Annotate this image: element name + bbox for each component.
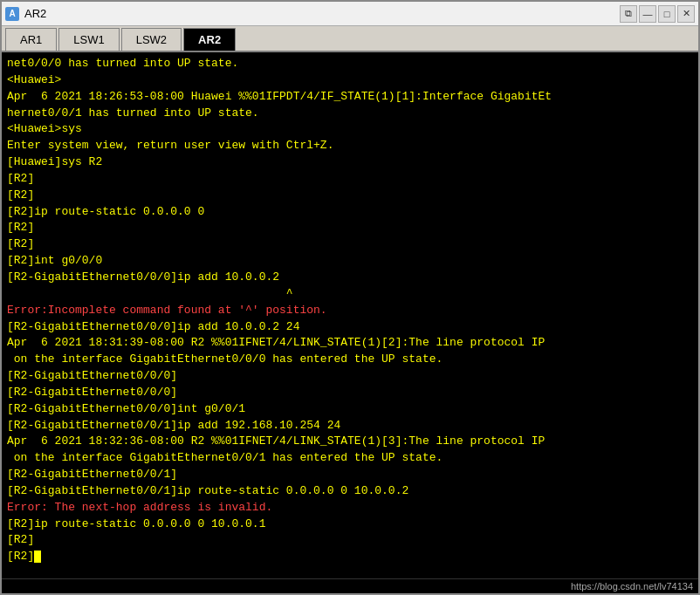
- terminal-line: [R2-GigabitEthernet0/0/1]ip add 192.168.…: [7, 418, 693, 434]
- terminal-line: hernet0/0/1 has turned into UP state.: [7, 106, 693, 122]
- terminal-line: [R2-GigabitEthernet0/0/0]ip add 10.0.0.2…: [7, 319, 693, 336]
- terminal-line: [R2]: [7, 171, 693, 188]
- terminal-line: [R2]: [7, 220, 693, 236]
- terminal-line: Apr 6 2021 18:26:53-08:00 Huawei %%01IFP…: [7, 89, 693, 106]
- tabs-bar: AR1 LSW1 LSW2 AR2: [2, 26, 698, 52]
- terminal-line: <Huawei>sys: [7, 121, 693, 138]
- terminal-line: [R2-GigabitEthernet0/0/0]int g0/0/1: [7, 401, 693, 418]
- terminal-line: [R2]: [7, 549, 693, 565]
- terminal-line: on the interface GigabitEthernet0/0/0 ha…: [7, 352, 693, 368]
- app-icon: A: [5, 7, 19, 21]
- tab-ar2[interactable]: AR2: [183, 28, 236, 51]
- title-bar: A AR2 ⧉ — □ ✕: [2, 2, 698, 26]
- tab-lsw2[interactable]: LSW2: [121, 28, 182, 51]
- minimize-button[interactable]: —: [639, 5, 656, 23]
- terminal-line: [R2]ip route-static 0.0.0.0 0 10.0.0.1: [7, 516, 693, 533]
- title-bar-left: A AR2: [5, 7, 46, 21]
- terminal-line: [R2-GigabitEthernet0/0/1]: [7, 467, 693, 483]
- terminal-line: Apr 6 2021 18:31:39-08:00 R2 %%01IFNET/4…: [7, 335, 693, 352]
- terminal-line: [R2-GigabitEthernet0/0/0]: [7, 385, 693, 401]
- terminal-line: [Huawei]sys R2: [7, 154, 693, 171]
- main-window: A AR2 ⧉ — □ ✕ AR1 LSW1 LSW2 AR2 net0/0/0…: [0, 0, 700, 595]
- tab-ar1[interactable]: AR1: [5, 28, 57, 51]
- terminal-line: [R2]: [7, 188, 693, 204]
- terminal-line: Enter system view, return user view with…: [7, 138, 693, 154]
- window-title: AR2: [24, 7, 46, 20]
- terminal-line: [R2]: [7, 236, 693, 253]
- close-button[interactable]: ✕: [677, 5, 695, 23]
- status-url: https://blog.csdn.net/lv74134: [571, 581, 693, 592]
- terminal-line: Apr 6 2021 18:32:36-08:00 R2 %%01IFNET/4…: [7, 434, 693, 450]
- terminal-line: <Huawei>: [7, 72, 693, 89]
- terminal-line: ^: [7, 286, 693, 303]
- tile-button[interactable]: ⧉: [620, 5, 637, 23]
- terminal-line: [R2]: [7, 532, 693, 549]
- terminal-line: [R2]ip route-static 0.0.0.0 0: [7, 204, 693, 221]
- title-controls: ⧉ — □ ✕: [620, 5, 695, 23]
- terminal-line: Error: The next-hop address is invalid.: [7, 500, 693, 516]
- restore-button[interactable]: □: [658, 5, 676, 23]
- status-bar: https://blog.csdn.net/lv74134: [2, 578, 698, 593]
- terminal-line: [R2-GigabitEthernet0/0/1]ip route-static…: [7, 483, 693, 500]
- terminal-line: [R2-GigabitEthernet0/0/0]: [7, 368, 693, 385]
- terminal-line: [R2]int g0/0/0: [7, 253, 693, 270]
- terminal-line: [R2-GigabitEthernet0/0/0]ip add 10.0.0.2: [7, 270, 693, 286]
- terminal-line: net0/0/0 has turned into UP state.: [7, 56, 693, 72]
- terminal-line: Error:Incomplete command found at '^' po…: [7, 303, 693, 319]
- terminal-line: on the interface GigabitEthernet0/0/1 ha…: [7, 450, 693, 467]
- terminal-output[interactable]: net0/0/0 has turned into UP state.<Huawe…: [2, 52, 698, 578]
- tab-lsw1[interactable]: LSW1: [58, 28, 119, 51]
